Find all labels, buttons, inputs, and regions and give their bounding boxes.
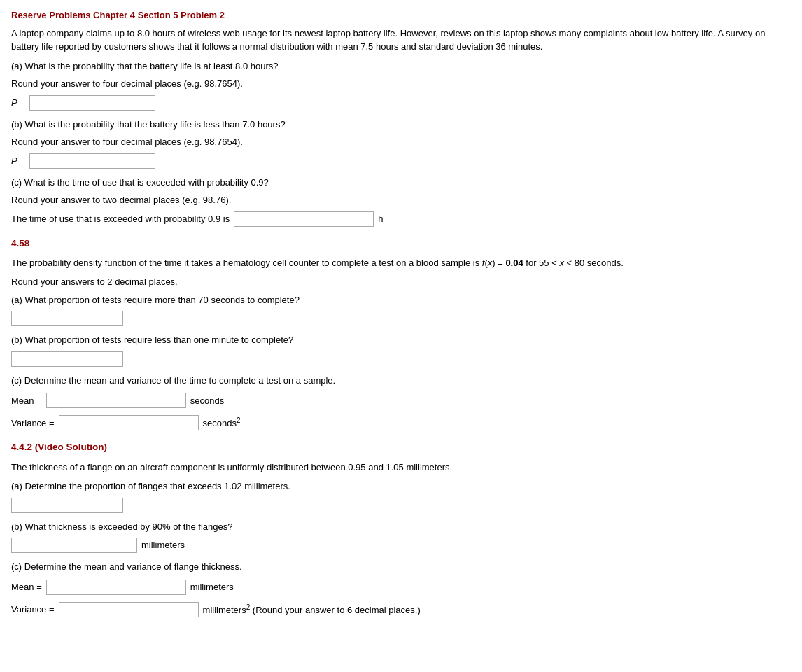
s2-b-question: (b) What proportion of tests require les… <box>11 333 791 347</box>
s3-a-question: (a) Determine the proportion of flanges … <box>11 479 791 493</box>
part-b-label: P = <box>11 154 25 168</box>
part-c-input[interactable] <box>234 211 374 227</box>
part-c-round: Round your answer to two decimal places … <box>11 193 791 207</box>
variance-label: Variance = <box>11 416 55 430</box>
mean-answer-row: Mean = seconds <box>11 393 791 408</box>
s2-b-answer-row <box>11 351 791 367</box>
s3-b-question: (b) What thickness is exceeded by 90% of… <box>11 520 791 534</box>
part-b-question: (b) What is the probability that the bat… <box>11 118 791 132</box>
section3-intro: The thickness of a flange on an aircraft… <box>11 461 791 475</box>
intro-text: A laptop company claims up to 8.0 hours … <box>11 27 791 54</box>
mean-input[interactable] <box>46 393 186 408</box>
s3-mean-label: Mean = <box>11 580 42 594</box>
variance-unit: seconds2 <box>203 415 241 430</box>
s3-mean-input[interactable] <box>46 580 186 595</box>
fx-math: f(x) = 0.04 <box>482 258 523 268</box>
s3-b-unit: millimeters <box>141 538 185 552</box>
part-c-sentence: The time of use that is exceeded with pr… <box>11 212 230 226</box>
mean-unit: seconds <box>190 394 224 408</box>
mean-label: Mean = <box>11 394 42 408</box>
s3-variance-input[interactable] <box>59 602 199 617</box>
part-c-question: (c) What is the time of use that is exce… <box>11 176 791 190</box>
s2-c-question: (c) Determine the mean and variance of t… <box>11 374 791 388</box>
s2-a-input[interactable] <box>11 311 123 326</box>
variance-input[interactable] <box>59 415 199 430</box>
part-c-unit: h <box>378 212 383 226</box>
variance-answer-row: Variance = seconds2 <box>11 415 791 430</box>
s3-mean-answer-row: Mean = millimeters <box>11 580 791 595</box>
s3-c-question: (c) Determine the mean and variance of f… <box>11 560 791 574</box>
s3-variance-label: Variance = <box>11 603 55 617</box>
s3-variance-answer-row: Variance = millimeters2 (Round your answ… <box>11 602 791 617</box>
s2-b-input[interactable] <box>11 351 123 367</box>
s3-mean-unit: millimeters <box>190 580 234 594</box>
part-b-answer-row: P = <box>11 153 791 169</box>
s3-variance-unit: millimeters2 (Round your answer to 6 dec… <box>203 602 421 617</box>
section3-title: 4.4.2 (Video Solution) <box>11 440 791 454</box>
part-a-round: Round your answer to four decimal places… <box>11 77 791 91</box>
page-title: Reserve Problems Chapter 4 Section 5 Pro… <box>11 8 791 22</box>
part-b-input[interactable] <box>29 153 155 169</box>
part-b-round: Round your answer to four decimal places… <box>11 135 791 149</box>
part-a-answer-row: P = <box>11 95 791 111</box>
s2-a-question: (a) What proportion of tests require mor… <box>11 293 791 307</box>
part-a-question: (a) What is the probability that the bat… <box>11 59 791 74</box>
section2-round: Round your answers to 2 decimal places. <box>11 275 791 289</box>
s3-a-answer-row <box>11 498 791 513</box>
s3-a-input[interactable] <box>11 498 123 513</box>
part-a-label: P = <box>11 96 25 110</box>
s3-b-input[interactable] <box>11 538 137 553</box>
part-a-input[interactable] <box>29 95 155 111</box>
section2-title: 4.58 <box>11 237 791 251</box>
s3-b-answer-row: millimeters <box>11 538 791 553</box>
section2-intro: The probability density function of the … <box>11 256 791 270</box>
part-c-answer-row: The time of use that is exceeded with pr… <box>11 211 791 227</box>
s2-a-answer-row <box>11 311 791 326</box>
s3-variance-note: (Round your answer to 6 decimal places.) <box>253 605 421 615</box>
